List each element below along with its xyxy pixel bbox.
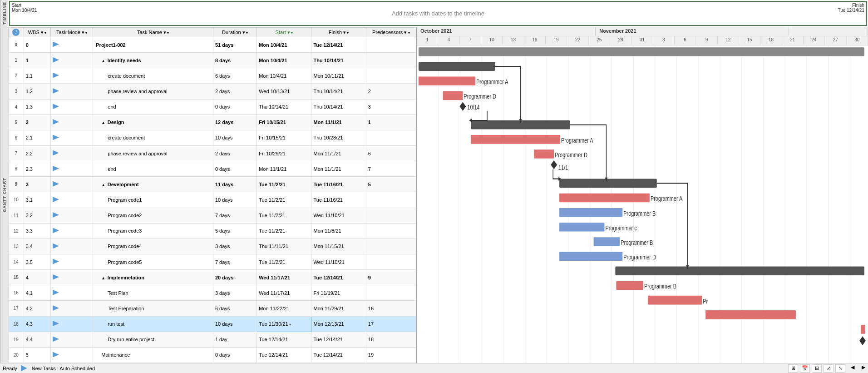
predecessors-cell: 7 <box>366 161 416 177</box>
table-row[interactable]: 154▲ Implemnetation20 daysWed 11/17/21Tu… <box>9 270 416 285</box>
task-name-cell: ▲ Implemnetation <box>93 270 213 285</box>
collapse-arrow-icon[interactable]: ▲ <box>101 276 106 280</box>
table-row[interactable]: 123.3Program code35 daysTue 11/2/21Mon 1… <box>9 223 416 239</box>
table-row[interactable]: 00Project1-00251 daysMon 10/4/21Tue 12/1… <box>9 37 416 53</box>
task-mode-icon <box>53 274 59 280</box>
table-row[interactable]: 194.4Dry run entire project1 dayTue 12/1… <box>9 332 416 347</box>
row-number: 9 <box>9 177 24 192</box>
col-header-predecessors[interactable]: Predecessors ▾ <box>366 28 416 37</box>
zoom-grid-button[interactable]: ⊟ <box>812 364 822 373</box>
table-row[interactable]: 82.3end0 daysMon 11/1/21Mon 11/1/217 <box>9 161 416 177</box>
table-row[interactable]: 72.2phase review and approval2 daysFri 1… <box>9 145 416 161</box>
row-number: 18 <box>9 316 24 332</box>
col-header-name[interactable]: Task Name ▾ <box>93 28 213 37</box>
gantt-day: 12 <box>718 36 739 45</box>
finish-cell: Tue 12/14/21 <box>311 37 366 53</box>
start-cell: Tue 11/2/21 <box>257 223 311 239</box>
svg-rect-21 <box>419 47 864 56</box>
gantt-day: 19 <box>546 36 567 45</box>
table-row[interactable]: 164.1Test Plan3 daysWed 11/17/21Fri 11/1… <box>9 285 416 301</box>
gantt-month-october: October 2021 <box>417 27 596 36</box>
task-name-text: Development <box>108 182 139 187</box>
predecessors-cell: 2 <box>366 84 416 99</box>
col-header-start[interactable]: Start ▾ <box>257 28 311 37</box>
svg-text:Programmer A: Programmer A <box>476 78 508 85</box>
svg-text:Programmer D: Programmer D <box>464 93 496 100</box>
predecessors-cell: 1 <box>366 114 416 130</box>
col-header-mode[interactable]: Task Mode ▾ <box>51 28 93 37</box>
start-cell: Mon 10/4/21 <box>257 68 311 84</box>
col-header-duration[interactable]: Duration ▾ <box>213 28 256 37</box>
zoom-out-button[interactable]: ⊞ <box>788 364 798 373</box>
duration-cell: 10 days <box>213 316 256 332</box>
collapse-arrow-icon[interactable]: ▲ <box>101 120 106 125</box>
table-row[interactable]: 41.3end0 daysThu 10/14/21Thu 10/14/213 <box>9 99 416 114</box>
task-mode-cell <box>51 254 93 269</box>
wbs-cell: 3.4 <box>24 239 50 254</box>
col-header-finish[interactable]: Finish ▾ <box>311 28 366 37</box>
svg-text:Programmer D: Programmer D <box>623 253 656 261</box>
duration-cell: 20 days <box>213 270 256 285</box>
wbs-cell: 1.3 <box>24 99 50 114</box>
row-number: 17 <box>9 301 24 316</box>
right-panel: October 2021 November 2021 1 4 7 10 13 1… <box>417 27 868 363</box>
col-header-wbs[interactable]: WBS ▾ <box>24 28 50 37</box>
table-row[interactable]: 52▲ Design12 daysFri 10/15/21Mon 11/1/21… <box>9 114 416 130</box>
svg-marker-56 <box>469 119 472 122</box>
start-dropdown-icon[interactable]: ▾ <box>289 323 291 327</box>
task-mode-cell <box>51 223 93 239</box>
table-row[interactable]: 31.2phase review and approval2 daysWed 1… <box>9 84 416 99</box>
task-name-cell: Maintenance <box>93 347 213 363</box>
table-row[interactable]: 133.4Program code43 daysThu 11/11/21Mon … <box>9 239 416 254</box>
task-mode-icon <box>53 212 59 218</box>
row-number: 0 <box>9 37 24 53</box>
collapse-arrow-icon[interactable]: ▲ <box>101 183 106 187</box>
start-cell: Tue 11/2/21 <box>257 177 311 192</box>
table-row[interactable]: 143.5Program code57 daysTue 11/2/21Wed 1… <box>9 254 416 269</box>
gantt-day: 3 <box>653 36 675 45</box>
row-number: 12 <box>9 223 24 239</box>
task-name-text: Implemnetation <box>108 275 144 280</box>
table-row[interactable]: 174.2Test Preparation6 daysMon 11/22/21M… <box>9 301 416 316</box>
finish-cell: Tue 11/16/21 <box>311 192 366 208</box>
zoom-expand-button[interactable]: ⤢ <box>824 364 833 373</box>
wbs-cell: 4.2 <box>24 301 50 316</box>
gantt-month-november: November 2021 <box>596 27 789 36</box>
table-row[interactable]: 21.1create document6 daysMon 10/4/21Mon … <box>9 68 416 84</box>
row-number: 4 <box>9 99 24 114</box>
task-mode-icon <box>53 166 59 171</box>
zoom-calendar-button[interactable]: 📅 <box>800 364 810 373</box>
finish-cell: Mon 10/11/21 <box>311 68 366 84</box>
start-cell: Fri 10/15/21 <box>257 130 311 145</box>
table-row[interactable]: 205Maintenance0 daysTue 12/14/21Tue 12/1… <box>9 347 416 363</box>
predecessors-cell: 18 <box>366 332 416 347</box>
start-cell: Thu 10/14/21 <box>257 99 311 114</box>
table-row[interactable]: 11▲ Identify needs8 daysMon 10/4/21Thu 1… <box>9 53 416 68</box>
task-mode-icon <box>53 352 59 357</box>
task-name-text: Program code2 <box>108 213 142 218</box>
table-row[interactable]: 184.3run test10 daysTue 11/30/21 ▾Mon 12… <box>9 316 416 332</box>
duration-cell: 5 days <box>213 223 256 239</box>
table-row[interactable]: 62.1create document10 daysFri 10/15/21Th… <box>9 130 416 145</box>
task-name-text: create document <box>108 135 145 140</box>
task-mode-cell <box>51 68 93 84</box>
duration-cell: 10 days <box>213 192 256 208</box>
task-name-text: end <box>108 104 116 109</box>
finish-cell: Mon 11/29/21 <box>311 301 366 316</box>
table-row[interactable]: 103.1Program code110 daysTue 11/2/21Tue … <box>9 192 416 208</box>
collapse-arrow-icon[interactable]: ▲ <box>101 59 106 63</box>
gantt-day: 27 <box>825 36 846 45</box>
row-number: 10 <box>9 192 24 208</box>
table-row[interactable]: 113.2Program code27 daysTue 11/2/21Wed 1… <box>9 208 416 223</box>
svg-rect-50 <box>648 296 702 305</box>
task-name-text: Program code5 <box>108 259 142 265</box>
timeline-content: Start Mon 10/4/21 Add tasks with dates t… <box>9 1 867 26</box>
task-name-cell: Program code3 <box>93 223 213 239</box>
start-cell[interactable]: Tue 11/30/21 ▾ <box>257 316 311 332</box>
predecessors-cell <box>366 285 416 301</box>
zoom-compress-button[interactable]: ⤡ <box>835 364 845 373</box>
task-name-cell: Test Preparation <box>93 301 213 316</box>
finish-cell: Mon 12/13/21 <box>311 316 366 332</box>
task-name-text: run test <box>108 321 124 327</box>
table-row[interactable]: 93▲ Development11 daysTue 11/2/21Tue 11/… <box>9 177 416 192</box>
